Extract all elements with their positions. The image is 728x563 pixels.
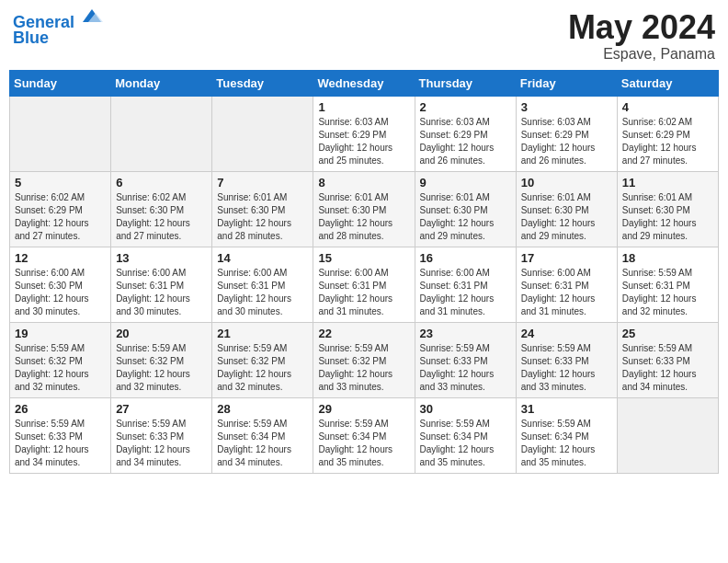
calendar-cell — [617, 397, 718, 473]
day-info-text: Sunrise: 5:59 AM — [420, 342, 511, 355]
calendar-cell: 26Sunrise: 5:59 AMSunset: 6:33 PMDayligh… — [10, 397, 111, 473]
day-info-text: Sunset: 6:30 PM — [217, 204, 308, 217]
day-number: 22 — [318, 327, 409, 340]
day-info-text: Sunset: 6:33 PM — [420, 355, 511, 368]
day-info-text: Sunrise: 5:59 AM — [116, 342, 207, 355]
day-info-text: Sunrise: 6:00 AM — [15, 267, 106, 280]
day-number: 18 — [622, 251, 713, 265]
day-info-text: Sunrise: 6:03 AM — [318, 116, 409, 129]
day-number: 12 — [15, 251, 106, 265]
title-section: May 2024 Espave, Panama — [568, 9, 715, 63]
day-info-text: Sunrise: 5:59 AM — [622, 267, 713, 280]
day-info-text: Daylight: 12 hours and 33 minutes. — [521, 368, 612, 394]
day-info-text: Sunset: 6:29 PM — [318, 129, 409, 142]
day-of-week-header: Wednesday — [313, 70, 415, 96]
days-header-row: SundayMondayTuesdayWednesdayThursdayFrid… — [10, 70, 719, 96]
calendar-table: SundayMondayTuesdayWednesdayThursdayFrid… — [9, 70, 719, 474]
day-number: 1 — [318, 100, 409, 114]
day-info-text: Sunrise: 6:01 AM — [420, 191, 511, 204]
day-info-text: Daylight: 12 hours and 32 minutes. — [15, 368, 106, 394]
day-info-text: Sunset: 6:34 PM — [217, 431, 308, 443]
day-info-text: Daylight: 12 hours and 32 minutes. — [116, 368, 207, 394]
day-number: 14 — [217, 251, 308, 265]
calendar-cell: 28Sunrise: 5:59 AMSunset: 6:34 PMDayligh… — [212, 397, 313, 473]
calendar-cell: 22Sunrise: 5:59 AMSunset: 6:32 PMDayligh… — [313, 322, 415, 397]
calendar-cell: 10Sunrise: 6:01 AMSunset: 6:30 PMDayligh… — [516, 171, 617, 247]
calendar-cell: 21Sunrise: 5:59 AMSunset: 6:32 PMDayligh… — [212, 322, 313, 397]
day-info-text: Sunset: 6:33 PM — [15, 431, 106, 443]
day-info-text: Sunrise: 5:59 AM — [622, 342, 713, 355]
calendar-cell: 16Sunrise: 6:00 AMSunset: 6:31 PMDayligh… — [415, 247, 516, 322]
day-number: 19 — [15, 327, 106, 340]
day-info-text: Sunset: 6:31 PM — [420, 280, 511, 293]
day-info-text: Daylight: 12 hours and 30 minutes. — [217, 293, 308, 318]
day-info-text: Sunset: 6:30 PM — [15, 280, 106, 293]
day-info-text: Sunrise: 5:59 AM — [318, 342, 409, 355]
day-info-text: Sunset: 6:30 PM — [521, 204, 612, 217]
day-info-text: Sunset: 6:30 PM — [116, 204, 207, 217]
day-of-week-header: Friday — [516, 70, 617, 96]
calendar-week-row: 1Sunrise: 6:03 AMSunset: 6:29 PMDaylight… — [10, 96, 719, 171]
day-number: 2 — [420, 100, 511, 114]
calendar-body: 1Sunrise: 6:03 AMSunset: 6:29 PMDaylight… — [10, 96, 719, 473]
calendar-cell: 20Sunrise: 5:59 AMSunset: 6:32 PMDayligh… — [111, 322, 212, 397]
day-info-text: Sunset: 6:34 PM — [318, 431, 409, 443]
day-number: 30 — [420, 402, 511, 416]
day-info-text: Sunset: 6:33 PM — [521, 355, 612, 368]
day-info-text: Sunset: 6:30 PM — [318, 204, 409, 217]
day-info-text: Daylight: 12 hours and 26 minutes. — [521, 142, 612, 167]
calendar-cell: 5Sunrise: 6:02 AMSunset: 6:29 PMDaylight… — [10, 171, 111, 247]
day-info-text: Sunset: 6:31 PM — [521, 280, 612, 293]
day-of-week-header: Monday — [111, 70, 212, 96]
day-info-text: Daylight: 12 hours and 32 minutes. — [622, 293, 713, 318]
day-number: 28 — [217, 402, 308, 416]
calendar-cell: 12Sunrise: 6:00 AMSunset: 6:30 PMDayligh… — [10, 247, 111, 322]
calendar-cell: 25Sunrise: 5:59 AMSunset: 6:33 PMDayligh… — [617, 322, 718, 397]
day-number: 24 — [521, 327, 612, 340]
day-info-text: Sunset: 6:29 PM — [622, 129, 713, 142]
day-info-text: Daylight: 12 hours and 28 minutes. — [318, 217, 409, 243]
day-info-text: Sunset: 6:33 PM — [622, 355, 713, 368]
day-info-text: Daylight: 12 hours and 35 minutes. — [521, 443, 612, 469]
calendar-cell: 6Sunrise: 6:02 AMSunset: 6:30 PMDaylight… — [111, 171, 212, 247]
day-info-text: Sunrise: 6:01 AM — [318, 191, 409, 204]
day-info-text: Sunset: 6:33 PM — [116, 431, 207, 443]
month-year-title: May 2024 — [568, 9, 715, 46]
day-info-text: Daylight: 12 hours and 25 minutes. — [318, 142, 409, 167]
day-info-text: Sunset: 6:31 PM — [622, 280, 713, 293]
day-info-text: Sunset: 6:29 PM — [420, 129, 511, 142]
day-info-text: Sunset: 6:32 PM — [116, 355, 207, 368]
day-info-text: Daylight: 12 hours and 26 minutes. — [420, 142, 511, 167]
day-info-text: Daylight: 12 hours and 31 minutes. — [420, 293, 511, 318]
calendar-cell: 18Sunrise: 5:59 AMSunset: 6:31 PMDayligh… — [617, 247, 718, 322]
logo-icon — [81, 6, 103, 28]
calendar-cell: 1Sunrise: 6:03 AMSunset: 6:29 PMDaylight… — [313, 96, 415, 171]
day-info-text: Sunrise: 5:59 AM — [15, 342, 106, 355]
day-info-text: Daylight: 12 hours and 35 minutes. — [318, 443, 409, 469]
day-info-text: Sunrise: 6:01 AM — [217, 191, 308, 204]
day-info-text: Daylight: 12 hours and 34 minutes. — [116, 443, 207, 469]
day-of-week-header: Sunday — [10, 70, 111, 96]
day-info-text: Sunset: 6:31 PM — [116, 280, 207, 293]
day-number: 20 — [116, 327, 207, 340]
calendar-cell — [10, 96, 111, 171]
day-info-text: Sunrise: 6:02 AM — [15, 191, 106, 204]
day-number: 4 — [622, 100, 713, 114]
day-info-text: Daylight: 12 hours and 29 minutes. — [622, 217, 713, 243]
day-info-text: Sunrise: 5:59 AM — [521, 342, 612, 355]
day-number: 8 — [318, 176, 409, 190]
day-info-text: Sunrise: 6:00 AM — [116, 267, 207, 280]
calendar-cell: 29Sunrise: 5:59 AMSunset: 6:34 PMDayligh… — [313, 397, 415, 473]
day-number: 13 — [116, 251, 207, 265]
day-info-text: Sunrise: 6:01 AM — [521, 191, 612, 204]
calendar-cell: 4Sunrise: 6:02 AMSunset: 6:29 PMDaylight… — [617, 96, 718, 171]
day-number: 9 — [420, 176, 511, 190]
day-info-text: Sunset: 6:32 PM — [217, 355, 308, 368]
day-info-text: Daylight: 12 hours and 34 minutes. — [15, 443, 106, 469]
day-of-week-header: Thursday — [415, 70, 516, 96]
day-number: 26 — [15, 402, 106, 416]
day-number: 6 — [116, 176, 207, 190]
logo: General Blue — [13, 9, 103, 48]
day-number: 15 — [318, 251, 409, 265]
day-number: 11 — [622, 176, 713, 190]
